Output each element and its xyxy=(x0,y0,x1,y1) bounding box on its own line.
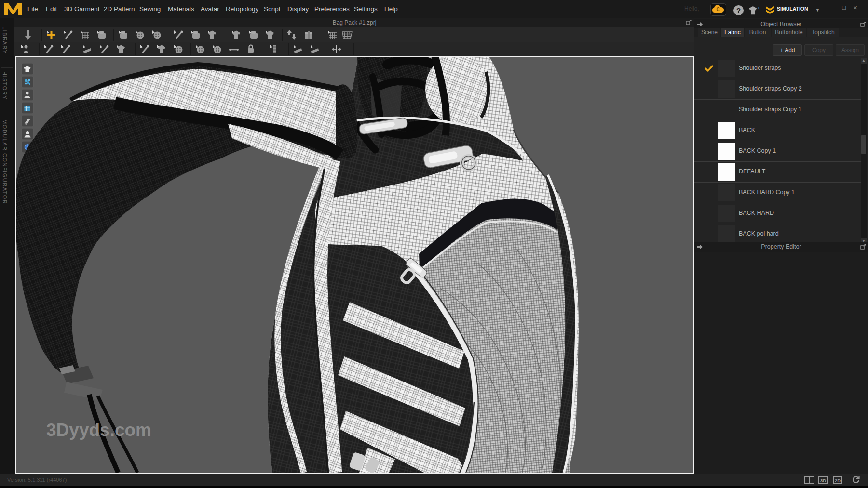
svg-text:3Dyyds.com: 3Dyyds.com xyxy=(46,420,151,440)
svg-text:3D: 3D xyxy=(820,478,826,483)
svg-text:C: C xyxy=(716,7,719,12)
svg-text:2D: 2D xyxy=(835,478,841,483)
svg-text:+: + xyxy=(758,6,760,10)
